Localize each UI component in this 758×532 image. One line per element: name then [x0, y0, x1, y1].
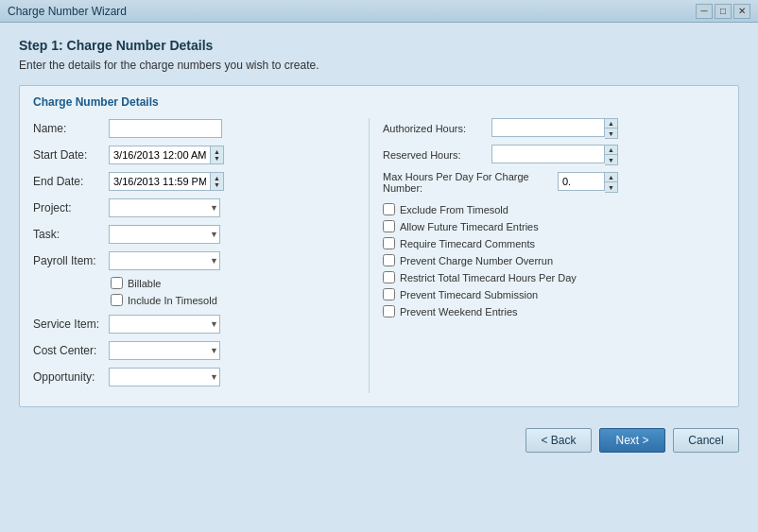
authorized-hours-down[interactable]: ▼: [605, 129, 617, 138]
opportunity-select[interactable]: [109, 368, 220, 386]
main-content: Step 1: Charge Number Details Enter the …: [0, 23, 758, 419]
billable-label: Billable: [128, 278, 161, 289]
cost-center-select-wrapper: ▼: [109, 341, 220, 360]
task-label: Task:: [33, 228, 109, 241]
project-label: Project:: [33, 201, 109, 215]
checkbox-row-6: Prevent Weekend Entries: [383, 305, 725, 317]
name-input[interactable]: [109, 119, 222, 138]
reserved-hours-input[interactable]: [491, 145, 605, 163]
checkbox-label-cb6: Prevent Timecard Submission: [400, 289, 538, 300]
service-item-row: Service Item: ▼: [33, 314, 369, 335]
back-button[interactable]: < Back: [525, 428, 592, 453]
service-item-label: Service Item:: [33, 317, 109, 331]
payroll-select[interactable]: [109, 251, 220, 270]
max-hours-down[interactable]: ▼: [605, 182, 617, 192]
reserved-hours-wrapper: ▲ ▼: [491, 145, 618, 165]
service-select-wrapper: ▼: [109, 315, 220, 334]
payroll-item-label: Payroll Item:: [33, 254, 109, 267]
end-date-input[interactable]: [109, 172, 211, 191]
start-date-wrapper: ▲ ▼: [109, 146, 224, 164]
checkbox-label-cb3: Require Timecard Comments: [400, 238, 535, 249]
payroll-select-wrapper: ▼: [109, 251, 220, 270]
checkbox-cb5[interactable]: [383, 271, 395, 283]
form-grid: Name: Start Date: ▲ ▼ End Date:: [33, 118, 725, 393]
checkbox-cb4[interactable]: [383, 254, 395, 266]
end-date-wrapper: ▲ ▼: [109, 172, 224, 191]
project-row: Project: ▼: [33, 197, 369, 218]
charge-number-details-panel: Charge Number Details Name: Start Date: …: [19, 85, 739, 407]
checkbox-cb2[interactable]: [383, 220, 395, 232]
start-date-spinner[interactable]: ▲ ▼: [211, 146, 224, 164]
opportunity-row: Opportunity: ▼: [33, 367, 369, 387]
checkbox-label-cb2: Allow Future Timecard Entries: [400, 221, 539, 232]
checkbox-row-1: Allow Future Timecard Entries: [383, 220, 725, 232]
cost-center-label: Cost Center:: [33, 344, 109, 357]
max-hours-up[interactable]: ▲: [605, 173, 617, 182]
checkbox-label-cb4: Prevent Charge Number Overrun: [400, 255, 553, 266]
authorized-hours-spinner[interactable]: ▲ ▼: [605, 118, 618, 139]
cancel-button[interactable]: Cancel: [673, 428, 739, 453]
task-row: Task: ▼: [33, 224, 369, 245]
title-bar-controls: ─ □ ✕: [696, 4, 750, 19]
authorized-hours-label: Authorized Hours:: [383, 123, 491, 134]
include-timesold-checkbox[interactable]: [111, 294, 123, 306]
billable-row: Billable: [111, 277, 369, 289]
title-bar-text: Charge Number Wizard: [8, 5, 696, 18]
billable-checkbox[interactable]: [111, 277, 123, 289]
project-select-wrapper: ▼: [109, 198, 220, 217]
reserved-hours-spinner[interactable]: ▲ ▼: [605, 145, 618, 165]
bottom-bar: < Back Next > Cancel: [0, 419, 758, 462]
checkbox-cb1[interactable]: [383, 203, 395, 215]
authorized-hours-row: Authorized Hours: ▲ ▼: [383, 118, 725, 139]
max-hours-row: Max Hours Per Day For Charge Number: ▲ ▼: [383, 171, 725, 194]
checkbox-row-2: Require Timecard Comments: [383, 237, 725, 249]
payroll-item-row: Payroll Item: ▼: [33, 250, 369, 271]
checkbox-row-0: Exclude From Timesold: [383, 203, 725, 215]
reserved-hours-down[interactable]: ▼: [605, 155, 617, 164]
maximize-button[interactable]: □: [715, 4, 732, 19]
include-timesold-row: Include In Timesold: [111, 294, 369, 306]
max-hours-input[interactable]: [558, 172, 605, 191]
task-select-wrapper: ▼: [109, 225, 220, 244]
checkbox-label-cb5: Restrict Total Timecard Hours Per Day: [400, 272, 577, 283]
max-hours-wrapper: ▲ ▼: [558, 172, 618, 193]
checkbox-row-3: Prevent Charge Number Overrun: [383, 254, 725, 266]
authorized-hours-wrapper: ▲ ▼: [491, 118, 618, 139]
start-date-input[interactable]: [109, 146, 211, 164]
start-date-row: Start Date: ▲ ▼: [33, 145, 369, 165]
form-left: Name: Start Date: ▲ ▼ End Date:: [33, 118, 369, 393]
service-select[interactable]: [109, 315, 220, 334]
title-bar: Charge Number Wizard ─ □ ✕: [0, 0, 758, 23]
reserved-hours-row: Reserved Hours: ▲ ▼: [383, 145, 725, 165]
right-checkboxes: Exclude From TimesoldAllow Future Timeca…: [383, 203, 725, 317]
checkbox-row-5: Prevent Timecard Submission: [383, 288, 725, 300]
cost-center-select[interactable]: [109, 341, 220, 360]
minimize-button[interactable]: ─: [696, 4, 713, 19]
panel-title: Charge Number Details: [33, 95, 725, 109]
step-description: Enter the details for the charge numbers…: [19, 59, 739, 72]
checkbox-cb7[interactable]: [383, 305, 395, 317]
end-date-label: End Date:: [33, 175, 109, 188]
form-right: Authorized Hours: ▲ ▼ Reserved Hours:: [369, 118, 725, 393]
task-select[interactable]: [109, 225, 220, 244]
checkbox-cb6[interactable]: [383, 288, 395, 300]
checkbox-cb3[interactable]: [383, 237, 395, 249]
cost-center-row: Cost Center: ▼: [33, 340, 369, 361]
checkbox-label-cb7: Prevent Weekend Entries: [400, 306, 518, 317]
close-button[interactable]: ✕: [733, 4, 750, 19]
name-label: Name:: [33, 122, 109, 135]
reserved-hours-label: Reserved Hours:: [383, 149, 491, 161]
reserved-hours-up[interactable]: ▲: [605, 146, 617, 155]
authorized-hours-up[interactable]: ▲: [605, 119, 617, 129]
next-button[interactable]: Next >: [599, 428, 665, 453]
end-date-spinner[interactable]: ▲ ▼: [211, 172, 224, 191]
checkbox-label-cb1: Exclude From Timesold: [400, 204, 508, 215]
step-title: Step 1: Charge Number Details: [19, 38, 739, 53]
authorized-hours-input[interactable]: [491, 118, 605, 137]
project-select[interactable]: [109, 198, 220, 217]
end-date-row: End Date: ▲ ▼: [33, 171, 369, 192]
include-timesold-label: Include In Timesold: [128, 295, 217, 306]
start-date-label: Start Date:: [33, 148, 109, 162]
max-hours-spinner[interactable]: ▲ ▼: [605, 172, 618, 193]
opportunity-select-wrapper: ▼: [109, 368, 220, 386]
